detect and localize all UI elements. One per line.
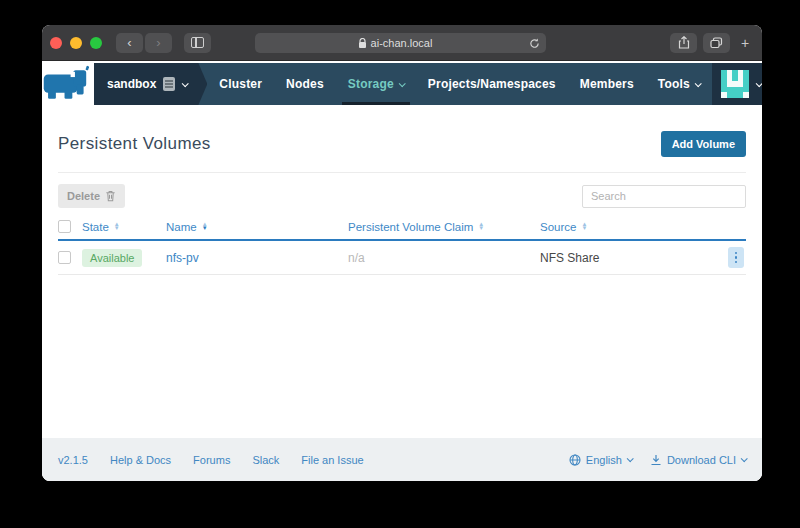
- sort-icon: ▲▼: [114, 223, 120, 230]
- zoom-window-button[interactable]: [90, 37, 102, 49]
- table-header: State▲▼ Name▲▼ Persistent Volume Claim▲▼…: [58, 214, 746, 241]
- nav-item-projects-namespaces[interactable]: Projects/Namespaces: [416, 63, 568, 105]
- share-icon: [678, 36, 690, 49]
- table-row: Available nfs-pv n/a NFS Share: [58, 241, 746, 275]
- sort-icon: ▲▼: [202, 223, 208, 230]
- slack-link[interactable]: Slack: [252, 454, 279, 466]
- close-window-button[interactable]: [50, 37, 62, 49]
- file-issue-link[interactable]: File an Issue: [301, 454, 363, 466]
- page-title: Persistent Volumes: [58, 134, 211, 154]
- sidebar-toggle-button[interactable]: [184, 33, 211, 53]
- new-tab-button[interactable]: +: [736, 33, 754, 53]
- chevron-down-icon: [756, 80, 762, 87]
- volume-name-link[interactable]: nfs-pv: [166, 251, 348, 265]
- divider: [58, 172, 746, 173]
- nav-item-cluster[interactable]: Cluster: [207, 63, 274, 105]
- nav-item-members[interactable]: Members: [568, 63, 646, 105]
- rancher-logo[interactable]: [42, 63, 94, 105]
- sort-icon: ▲▼: [478, 223, 484, 230]
- refresh-icon[interactable]: [529, 38, 540, 49]
- environment-switcher[interactable]: sandbox: [94, 63, 207, 105]
- url-text: ai-chan.local: [371, 37, 433, 49]
- help-docs-link[interactable]: Help & Docs: [110, 454, 171, 466]
- add-volume-button[interactable]: Add Volume: [661, 131, 746, 157]
- back-button[interactable]: ‹: [116, 33, 143, 53]
- address-bar[interactable]: ai-chan.local: [255, 33, 546, 53]
- select-all-checkbox[interactable]: [58, 220, 71, 233]
- version-label: v2.1.5: [58, 454, 88, 466]
- minimize-window-button[interactable]: [70, 37, 82, 49]
- claim-cell: n/a: [348, 251, 540, 265]
- sort-icon: ▲▼: [581, 223, 587, 230]
- lock-icon: [358, 38, 367, 49]
- delete-button[interactable]: Delete: [58, 184, 125, 208]
- chevron-down-icon: [399, 80, 406, 87]
- volumes-table: State▲▼ Name▲▼ Persistent Volume Claim▲▼…: [58, 214, 746, 275]
- chevron-down-icon: [182, 80, 189, 87]
- search-input[interactable]: [582, 185, 746, 208]
- forward-button[interactable]: ›: [145, 33, 172, 53]
- download-cli-label: Download CLI: [667, 454, 736, 466]
- column-header-source[interactable]: Source▲▼: [540, 221, 728, 233]
- row-actions-button[interactable]: [728, 247, 744, 268]
- column-header-state[interactable]: State▲▼: [82, 221, 166, 233]
- row-checkbox[interactable]: [58, 251, 71, 264]
- column-header-name[interactable]: Name▲▼: [166, 221, 348, 233]
- rancher-cow-icon: [42, 64, 94, 104]
- chevron-down-icon: [627, 455, 634, 462]
- status-badge: Available: [82, 249, 142, 267]
- chevron-down-icon: [741, 455, 748, 462]
- app-footer: v2.1.5 Help & Docs Forums Slack File an …: [42, 438, 762, 481]
- download-cli-menu[interactable]: Download CLI: [650, 454, 746, 466]
- app-header: sandbox Cluster Nodes Storage Projects/N…: [42, 63, 746, 105]
- download-icon: [650, 454, 662, 466]
- avatar: [721, 70, 749, 98]
- globe-icon: [569, 454, 581, 466]
- environment-label: sandbox: [107, 77, 156, 91]
- nav-item-tools[interactable]: Tools: [646, 63, 712, 105]
- chevron-down-icon: [695, 80, 702, 87]
- environment-icon: [163, 77, 175, 91]
- browser-toolbar: ‹ › ai-chan.local +: [42, 25, 762, 61]
- language-selector[interactable]: English: [569, 454, 632, 466]
- language-label: English: [586, 454, 622, 466]
- browser-window: ‹ › ai-chan.local +: [42, 25, 762, 481]
- column-header-claim[interactable]: Persistent Volume Claim▲▼: [348, 221, 540, 233]
- share-button[interactable]: [670, 33, 697, 53]
- forums-link[interactable]: Forums: [193, 454, 230, 466]
- nav-item-nodes[interactable]: Nodes: [274, 63, 336, 105]
- source-cell: NFS Share: [540, 251, 728, 265]
- tab-overview-button[interactable]: [703, 33, 730, 53]
- delete-button-label: Delete: [67, 190, 100, 202]
- app-content: sandbox Cluster Nodes Storage Projects/N…: [42, 61, 762, 481]
- nav-item-storage[interactable]: Storage: [336, 63, 416, 105]
- user-menu[interactable]: [712, 63, 762, 105]
- top-nav: sandbox Cluster Nodes Storage Projects/N…: [94, 63, 762, 105]
- trash-icon: [105, 190, 116, 202]
- page-body: Persistent Volumes Add Volume Delete Sta…: [42, 105, 762, 438]
- sidebar-icon: [191, 37, 204, 48]
- tabs-icon: [710, 37, 723, 49]
